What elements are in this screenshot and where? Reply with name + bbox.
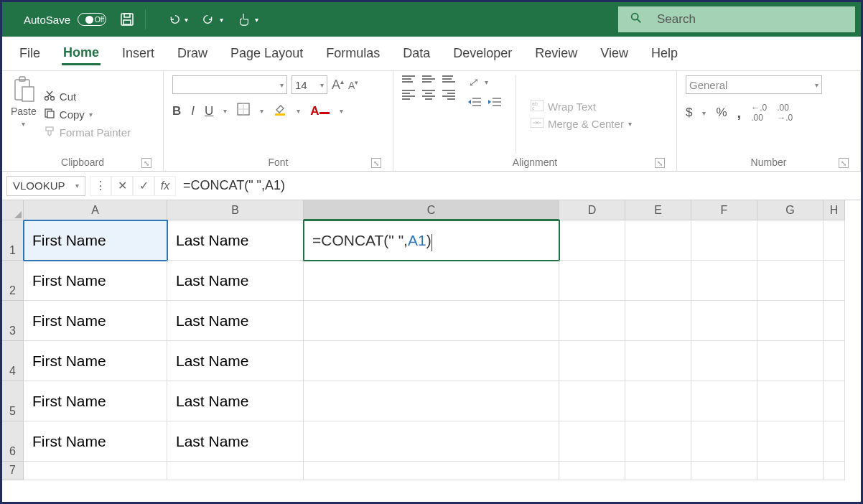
cell-e4[interactable] bbox=[625, 341, 691, 381]
cell-e3[interactable] bbox=[625, 301, 691, 341]
row-header-1[interactable]: 1 bbox=[2, 220, 24, 261]
font-size-select[interactable]: 14▾ bbox=[291, 75, 327, 94]
tab-page-layout[interactable]: Page Layout bbox=[229, 43, 304, 64]
increase-font-icon[interactable]: A▴ bbox=[332, 78, 344, 93]
row-header-2[interactable]: 2 bbox=[2, 261, 24, 301]
name-box[interactable]: VLOOKUP▾ bbox=[6, 176, 85, 196]
row-header-4[interactable]: 4 bbox=[2, 341, 24, 381]
cell-b3[interactable]: Last Name bbox=[167, 301, 304, 341]
cell-c4[interactable] bbox=[304, 341, 559, 381]
decrease-decimal-icon[interactable]: .00→.0 bbox=[777, 103, 793, 123]
font-name-select[interactable]: ▾ bbox=[172, 75, 287, 94]
cell-e6[interactable] bbox=[625, 421, 691, 462]
cell-a7[interactable] bbox=[24, 462, 167, 480]
copy-button[interactable]: Copy ▾ bbox=[44, 108, 131, 121]
cell-d6[interactable] bbox=[559, 421, 625, 462]
align-middle-icon[interactable] bbox=[422, 75, 435, 83]
cell-a2[interactable]: First Name bbox=[24, 261, 167, 301]
cell-g6[interactable] bbox=[757, 421, 824, 462]
autosave-toggle[interactable]: AutoSave Off bbox=[24, 13, 106, 26]
cell-c5[interactable] bbox=[304, 381, 559, 421]
cell-d4[interactable] bbox=[559, 341, 625, 381]
cell-d1[interactable] bbox=[559, 220, 625, 261]
cell-f2[interactable] bbox=[691, 261, 757, 301]
tab-help[interactable]: Help bbox=[650, 43, 679, 64]
align-left-icon[interactable] bbox=[402, 90, 415, 100]
cell-d3[interactable] bbox=[559, 301, 625, 341]
align-top-icon[interactable] bbox=[402, 75, 415, 83]
namebox-expand[interactable]: ⋮ bbox=[90, 176, 111, 196]
number-format-select[interactable]: General▾ bbox=[686, 75, 822, 94]
cell-e5[interactable] bbox=[625, 381, 691, 421]
save-icon[interactable] bbox=[116, 9, 138, 30]
spreadsheet-grid[interactable]: A B C D E F G H 1 First Name Last Name =… bbox=[2, 200, 861, 480]
tab-data[interactable]: Data bbox=[401, 43, 432, 64]
cell-f1[interactable] bbox=[691, 220, 757, 261]
decrease-font-icon[interactable]: A▾ bbox=[348, 79, 358, 91]
enter-formula-button[interactable]: ✓ bbox=[133, 176, 154, 196]
row-header-6[interactable]: 6 bbox=[2, 421, 24, 462]
cell-g3[interactable] bbox=[757, 301, 824, 341]
wrap-text-button[interactable]: abc Wrap Text bbox=[531, 100, 632, 113]
tab-review[interactable]: Review bbox=[533, 43, 579, 64]
cell-a5[interactable]: First Name bbox=[24, 381, 167, 421]
cell-c2[interactable] bbox=[304, 261, 559, 301]
col-header-a[interactable]: A bbox=[24, 200, 167, 220]
cell-b4[interactable]: Last Name bbox=[167, 341, 304, 381]
cell-b1[interactable]: Last Name bbox=[167, 220, 304, 261]
align-center-icon[interactable] bbox=[422, 90, 435, 100]
cell-d5[interactable] bbox=[559, 381, 625, 421]
tab-home[interactable]: Home bbox=[62, 42, 101, 65]
cell-h3[interactable] bbox=[824, 301, 845, 341]
col-header-d[interactable]: D bbox=[559, 200, 625, 220]
cell-b2[interactable]: Last Name bbox=[167, 261, 304, 301]
col-header-f[interactable]: F bbox=[691, 200, 757, 220]
cell-f4[interactable] bbox=[691, 341, 757, 381]
font-launcher[interactable]: ⤡ bbox=[371, 158, 381, 168]
tab-draw[interactable]: Draw bbox=[176, 43, 209, 64]
cut-button[interactable]: Cut bbox=[44, 90, 131, 103]
underline-button[interactable]: U bbox=[205, 104, 213, 118]
cell-f5[interactable] bbox=[691, 381, 757, 421]
cell-a4[interactable]: First Name bbox=[24, 341, 167, 381]
search-box[interactable]: Search bbox=[618, 6, 855, 32]
row-header-5[interactable]: 5 bbox=[2, 381, 24, 421]
cell-e2[interactable] bbox=[625, 261, 691, 301]
alignment-launcher[interactable]: ⤡ bbox=[655, 158, 665, 168]
cell-f7[interactable] bbox=[691, 462, 757, 480]
cell-h4[interactable] bbox=[824, 341, 845, 381]
cell-d7[interactable] bbox=[559, 462, 625, 480]
number-launcher[interactable]: ⤡ bbox=[839, 158, 849, 168]
format-painter-button[interactable]: Format Painter bbox=[44, 126, 131, 139]
border-button[interactable] bbox=[237, 103, 250, 119]
cell-h5[interactable] bbox=[824, 381, 845, 421]
tab-developer[interactable]: Developer bbox=[452, 43, 513, 64]
cell-h7[interactable] bbox=[824, 462, 845, 480]
cell-h1[interactable] bbox=[824, 220, 845, 261]
cell-g5[interactable] bbox=[757, 381, 824, 421]
cell-c7[interactable] bbox=[304, 462, 559, 480]
italic-button[interactable]: I bbox=[191, 104, 195, 118]
col-header-e[interactable]: E bbox=[625, 200, 691, 220]
cell-h2[interactable] bbox=[824, 261, 845, 301]
cell-b6[interactable]: Last Name bbox=[167, 421, 304, 462]
cell-g1[interactable] bbox=[757, 220, 824, 261]
col-header-h[interactable]: H bbox=[824, 200, 845, 220]
cell-h6[interactable] bbox=[824, 421, 845, 462]
orientation-button[interactable]: ⤢ bbox=[468, 75, 477, 89]
bold-button[interactable]: B bbox=[172, 104, 181, 118]
cell-g4[interactable] bbox=[757, 341, 824, 381]
cell-a3[interactable]: First Name bbox=[24, 301, 167, 341]
undo-icon[interactable] bbox=[163, 9, 185, 30]
merge-center-button[interactable]: Merge & Center ▾ bbox=[531, 118, 632, 130]
col-header-c[interactable]: C bbox=[304, 200, 559, 220]
col-header-g[interactable]: G bbox=[757, 200, 824, 220]
col-header-b[interactable]: B bbox=[167, 200, 304, 220]
cell-e7[interactable] bbox=[625, 462, 691, 480]
cell-b5[interactable]: Last Name bbox=[167, 381, 304, 421]
select-all-corner[interactable] bbox=[2, 200, 24, 220]
tab-view[interactable]: View bbox=[599, 43, 630, 64]
tab-file[interactable]: File bbox=[18, 43, 42, 64]
font-color-button[interactable]: A bbox=[310, 104, 329, 118]
paste-button[interactable]: Paste ▾ bbox=[11, 75, 37, 154]
